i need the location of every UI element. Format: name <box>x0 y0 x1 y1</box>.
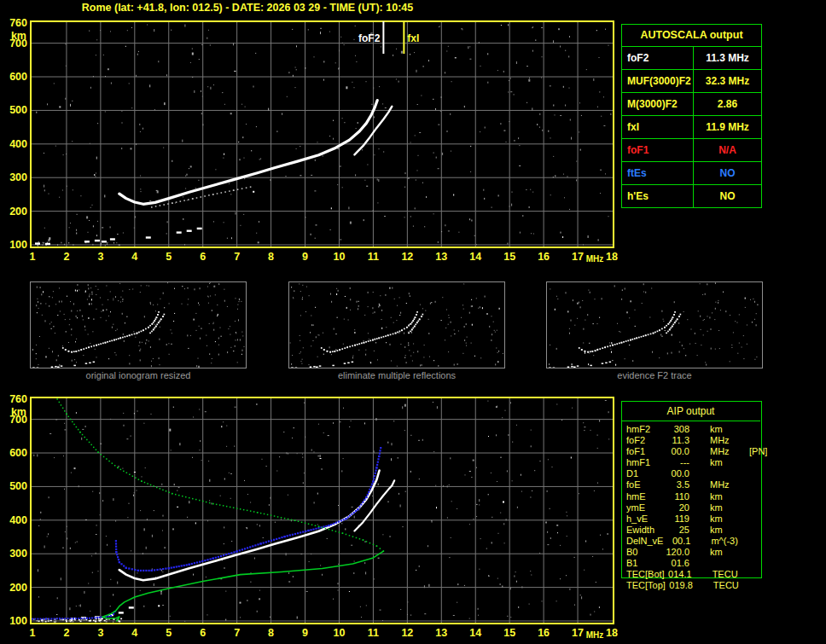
svg-text:12: 12 <box>401 627 413 639</box>
svg-text:3: 3 <box>97 251 103 263</box>
aip-row-d1: D100.0 <box>626 468 818 479</box>
svg-text:4: 4 <box>131 251 137 263</box>
aip-table-title: AIP output <box>621 405 760 417</box>
svg-text:1: 1 <box>30 251 36 263</box>
svg-text:100: 100 <box>9 615 27 627</box>
aip-unit: TECU <box>713 580 751 591</box>
thumbnail-ionogram-image <box>547 282 762 368</box>
aip-value: 019.8 <box>666 580 693 591</box>
aip-unit: km <box>710 457 747 468</box>
aip-label: foF1 <box>626 446 662 457</box>
aip-label: hmE <box>626 491 662 502</box>
aip-unit: km <box>710 424 747 435</box>
aip-unit <box>710 558 747 569</box>
svg-text:100: 100 <box>9 239 27 251</box>
aip-row-hmf2: hmF2308km <box>626 424 818 435</box>
svg-text:600: 600 <box>9 71 27 83</box>
svg-text:760: 760 <box>9 17 27 29</box>
marker-fxI: fxI <box>404 21 419 54</box>
aip-row-tectop: TEC[Top]019.8TECU <box>626 580 818 591</box>
svg-text:fxI: fxI <box>407 32 419 44</box>
svg-text:300: 300 <box>9 548 27 560</box>
grid-layer <box>31 397 614 624</box>
plot-frame <box>31 21 614 247</box>
aip-label: D1 <box>626 468 662 479</box>
aip-row-delnve: DelN_vE00.1m^(-3) <box>626 536 818 547</box>
thumbnail-eliminate-reflections <box>288 281 505 368</box>
svg-text:13: 13 <box>435 627 447 639</box>
svg-text:18: 18 <box>606 251 618 263</box>
svg-text:6: 6 <box>200 251 206 263</box>
svg-text:600: 600 <box>9 447 27 459</box>
aip-value: 014.1 <box>665 569 692 580</box>
aip-unit: km <box>710 502 747 513</box>
row-value: 32.3 MHz <box>694 70 761 92</box>
aip-row-b1: B101.6 <box>626 558 818 569</box>
aip-value: 3.5 <box>662 479 689 490</box>
svg-text:500: 500 <box>9 104 27 116</box>
row-value: NO <box>694 162 761 184</box>
scaled-ionogram-plot: foF2fxI123456789101112131415161718MHz100… <box>0 0 631 273</box>
row-label: ftEs <box>622 162 694 184</box>
row-value: N/A <box>694 139 761 161</box>
grid-layer <box>31 21 614 247</box>
series-electron-density-profile-bottomside <box>102 551 384 621</box>
svg-text:9: 9 <box>302 251 308 263</box>
table-row-fxi: fxI 11.9 MHz <box>622 115 761 138</box>
svg-text:400: 400 <box>9 138 27 150</box>
svg-text:11: 11 <box>368 627 379 639</box>
aip-label: hmF1 <box>626 457 662 468</box>
aip-unit: km <box>710 525 747 536</box>
svg-text:5: 5 <box>166 251 172 263</box>
svg-text:200: 200 <box>9 582 27 594</box>
svg-text:10: 10 <box>334 627 346 639</box>
aip-unit: km <box>710 491 747 502</box>
aip-unit: km <box>710 513 747 525</box>
aip-label: h_vE <box>626 513 662 525</box>
svg-text:14: 14 <box>469 251 481 263</box>
svg-text:7: 7 <box>234 627 240 639</box>
svg-text:16: 16 <box>538 251 550 263</box>
aip-row-hme: hmE110km <box>626 491 818 502</box>
autoscala-table-title: AUTOSCALA output <box>622 25 761 47</box>
aip-label: B1 <box>626 558 662 569</box>
aip-value: 25 <box>662 525 689 536</box>
svg-text:2: 2 <box>63 251 69 263</box>
svg-text:MHz: MHz <box>586 254 604 264</box>
row-label: foF2 <box>622 47 694 69</box>
aip-unit: MHz <box>710 435 747 446</box>
aip-flag: [PN] <box>749 446 767 457</box>
aip-output-table: hmF2308km foF211.3MHz foF100.0MHz[PN] hm… <box>626 424 818 591</box>
svg-text:17: 17 <box>572 627 584 639</box>
row-label: fxI <box>622 116 694 138</box>
thumb-trace <box>549 311 681 368</box>
aip-unit: m^(-3) <box>711 536 748 547</box>
table-row-fof2: foF2 11.3 MHz <box>622 47 761 69</box>
aip-unit: km <box>710 547 747 558</box>
plot-frame <box>31 397 614 624</box>
aip-row-hve: h_vE119km <box>626 513 818 525</box>
svg-text:1: 1 <box>30 627 36 639</box>
aip-value: 01.6 <box>662 558 689 569</box>
svg-text:400: 400 <box>9 514 27 526</box>
thumbnail-ionogram-image <box>289 282 504 368</box>
profilogram-plot: 123456789101112131415161718MHz1002003004… <box>0 376 631 644</box>
svg-text:500: 500 <box>9 480 27 492</box>
svg-text:12: 12 <box>401 251 413 263</box>
aip-value: 20 <box>662 502 689 513</box>
aip-row-hmf1: hmF1---km <box>626 457 818 468</box>
thumb-noise <box>32 282 245 368</box>
svg-text:MHz: MHz <box>586 630 604 640</box>
aip-row-fof1: foF100.0MHz[PN] <box>626 446 818 457</box>
row-label: MUF(3000)F2 <box>622 70 694 92</box>
thumbnail-original-ionogram <box>30 281 247 368</box>
svg-text:3: 3 <box>97 627 103 639</box>
aip-value: 120.0 <box>662 547 689 558</box>
series-E-region-echoes <box>35 228 202 245</box>
marker-foF2: foF2 <box>358 21 383 54</box>
thumb-trace <box>32 311 165 368</box>
aip-unit: MHz <box>710 479 747 490</box>
aip-row-ewidth: Ewidth25km <box>626 525 818 536</box>
series-electron-density-profile-topside <box>56 398 384 552</box>
svg-text:8: 8 <box>268 627 274 639</box>
